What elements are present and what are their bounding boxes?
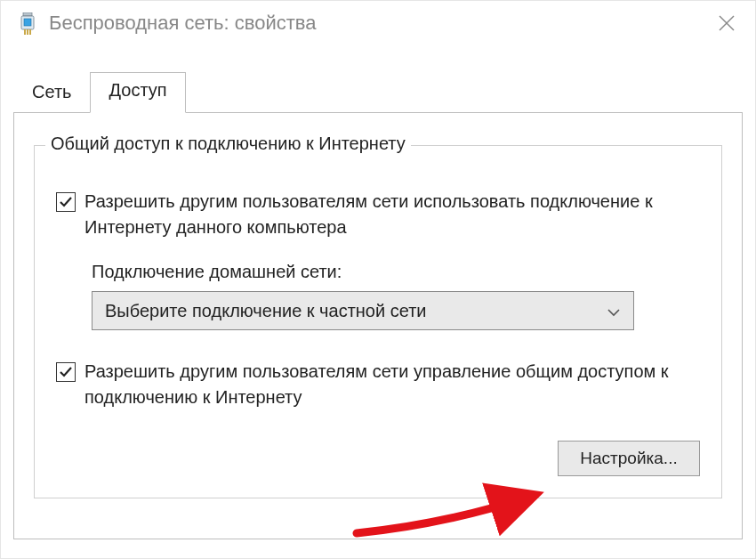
tab-panel-sharing: Общий доступ к подключению к Интернету Р… xyxy=(13,112,743,539)
svg-rect-3 xyxy=(24,29,26,35)
checkmark-icon xyxy=(59,195,73,209)
svg-rect-0 xyxy=(23,12,32,16)
groupbox-ics: Общий доступ к подключению к Интернету Р… xyxy=(34,145,722,498)
checkbox-row-allow-share: Разрешить другим пользователям сети испо… xyxy=(56,189,700,240)
checkmark-icon xyxy=(59,365,73,379)
home-connection-dropdown[interactable]: Выберите подключение к частной сети xyxy=(92,291,634,330)
network-adapter-icon xyxy=(19,12,36,36)
dropdown-selected-text: Выберите подключение к частной сети xyxy=(105,301,607,321)
svg-rect-2 xyxy=(24,19,31,26)
checkbox-row-allow-control: Разрешить другим пользователям сети упра… xyxy=(56,359,700,410)
tabs: Сеть Доступ xyxy=(13,72,743,112)
settings-button-label: Настройка... xyxy=(580,449,677,467)
checkbox-label-allow-control: Разрешить другим пользователям сети упра… xyxy=(84,359,700,410)
window-title: Беспроводная сеть: свойства xyxy=(49,12,709,35)
tab-label: Сеть xyxy=(32,82,71,101)
tab-label: Доступ xyxy=(109,80,166,100)
tab-network[interactable]: Сеть xyxy=(13,74,90,112)
checkbox-allow-control[interactable] xyxy=(56,362,76,382)
settings-button-row: Настройка... xyxy=(56,441,700,476)
close-icon xyxy=(719,15,735,31)
svg-rect-4 xyxy=(27,29,28,35)
checkbox-label-allow-share: Разрешить другим пользователям сети испо… xyxy=(84,189,700,240)
tab-sharing[interactable]: Доступ xyxy=(90,72,185,113)
settings-button[interactable]: Настройка... xyxy=(558,441,700,476)
groupbox-legend: Общий доступ к подключению к Интернету xyxy=(45,134,411,154)
checkbox-allow-share[interactable] xyxy=(56,192,76,212)
properties-window: Беспроводная сеть: свойства Сеть Доступ … xyxy=(0,0,756,559)
tabs-region: Сеть Доступ Общий доступ к подключению к… xyxy=(13,72,743,539)
svg-rect-5 xyxy=(29,29,31,35)
chevron-down-icon xyxy=(607,301,621,321)
home-connection-label: Подключение домашней сети: xyxy=(92,262,700,282)
close-button[interactable] xyxy=(709,5,744,41)
titlebar: Беспроводная сеть: свойства xyxy=(1,1,755,45)
